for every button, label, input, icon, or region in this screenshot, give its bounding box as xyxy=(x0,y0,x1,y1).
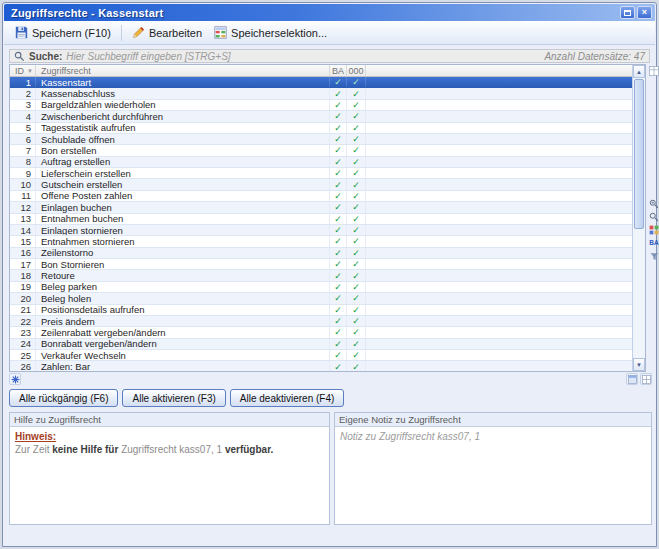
c000-check-icon: ✓ xyxy=(347,350,366,360)
row-filler xyxy=(366,316,632,326)
help-text-segment: keine Hilfe für xyxy=(52,444,121,455)
row-id: 25 xyxy=(10,350,36,360)
table-row[interactable]: 14Einlagen stornieren✓✓ xyxy=(10,225,632,236)
filter-icon[interactable] xyxy=(648,250,659,262)
row-id: 10 xyxy=(10,179,36,189)
ba-filter-icon[interactable]: BA xyxy=(648,237,659,249)
table-row[interactable]: 21Positionsdetails aufrufen✓✓ xyxy=(10,305,632,316)
row-filler xyxy=(366,123,632,133)
table-row[interactable]: 17Bon Stornieren✓✓ xyxy=(10,259,632,270)
column-header-000[interactable]: 000 xyxy=(347,65,366,76)
table-row[interactable]: 8Auftrag erstellen✓✓ xyxy=(10,157,632,168)
row-zugriffsrecht: Beleg holen xyxy=(36,293,330,303)
search-bar[interactable]: Suche: Hier Suchbegriff eingeben [STRG+S… xyxy=(9,49,650,63)
c000-check-icon: ✓ xyxy=(347,157,366,167)
column-header-000-label: 000 xyxy=(348,66,363,76)
close-button[interactable]: × xyxy=(637,6,652,19)
help-panel-title: Hilfe zu Zugriffsrecht xyxy=(10,413,329,427)
edit-button[interactable]: Bearbeiten xyxy=(126,23,208,42)
view-option-button-2[interactable] xyxy=(640,373,652,385)
table-row[interactable]: 13Entnahmen buchen✓✓ xyxy=(10,214,632,225)
column-header-id[interactable]: ID ▼ xyxy=(10,65,36,76)
c000-check-icon: ✓ xyxy=(347,134,366,144)
row-filler xyxy=(366,157,632,167)
table-row[interactable]: 5Tagesstatistik aufrufen✓✓ xyxy=(10,123,632,134)
grid-settings-icon[interactable] xyxy=(648,224,659,236)
vertical-scrollbar[interactable]: ▲ ▼ xyxy=(632,65,645,371)
view-option-button-1[interactable] xyxy=(626,373,638,385)
row-id: 6 xyxy=(10,134,36,144)
table-row[interactable]: 11Offene Posten zahlen✓✓ xyxy=(10,191,632,202)
row-zugriffsrecht: Einlagen stornieren xyxy=(36,225,330,235)
maximize-icon xyxy=(624,10,631,16)
table-row[interactable]: 16Zeilenstorno✓✓ xyxy=(10,248,632,259)
search-input[interactable]: Hier Suchbegriff eingeben [STRG+S] xyxy=(66,51,540,62)
speicherselektion-button[interactable]: Speicherselektion... xyxy=(208,23,333,42)
selection-grid-icon xyxy=(214,26,227,39)
table-row[interactable]: 25Verkäufer Wechseln✓✓ xyxy=(10,350,632,361)
table-header: ID ▼ Zugriffsrecht BA 000 xyxy=(10,65,632,77)
zoom-in-icon[interactable] xyxy=(648,198,659,210)
scroll-down-button[interactable]: ▼ xyxy=(633,358,645,371)
column-header-id-label: ID xyxy=(15,66,24,76)
column-header-zugriffsrecht-label: Zugriffsrecht xyxy=(41,66,91,76)
ba-check-icon: ✓ xyxy=(330,293,347,303)
row-zugriffsrecht: Einlagen buchen xyxy=(36,202,330,212)
table-row[interactable]: 20Beleg holen✓✓ xyxy=(10,293,632,304)
table-row[interactable]: 19Beleg parken✓✓ xyxy=(10,282,632,293)
column-header-ba[interactable]: BA xyxy=(330,65,347,76)
row-id: 13 xyxy=(10,214,36,224)
new-record-button[interactable] xyxy=(9,373,21,385)
activate-all-button[interactable]: Alle aktivieren (F3) xyxy=(122,389,225,407)
c000-check-icon: ✓ xyxy=(347,236,366,246)
view-option-icon-1 xyxy=(628,375,637,384)
table-row[interactable]: 15Entnahmen stornieren✓✓ xyxy=(10,236,632,247)
ba-check-icon: ✓ xyxy=(330,361,347,371)
ba-check-icon: ✓ xyxy=(330,157,347,167)
column-header-zugriffsrecht[interactable]: Zugriffsrecht xyxy=(36,65,330,76)
table-row[interactable]: 6Schublade öffnen✓✓ xyxy=(10,134,632,145)
ba-check-icon: ✓ xyxy=(330,100,347,110)
table-row[interactable]: 4Zwischenbericht durchführen✓✓ xyxy=(10,111,632,122)
table-row[interactable]: 22Preis ändern✓✓ xyxy=(10,316,632,327)
row-id: 7 xyxy=(10,145,36,155)
deactivate-all-button[interactable]: Alle deaktivieren (F4) xyxy=(230,389,344,407)
title-bar[interactable]: Zugriffsrechte - Kassenstart × xyxy=(4,4,655,21)
scrollbar-thumb[interactable] xyxy=(634,79,644,229)
table-row[interactable]: 18Retoure✓✓ xyxy=(10,270,632,281)
table-row[interactable]: 3Bargeldzählen wiederholen✓✓ xyxy=(10,100,632,111)
maximize-button[interactable] xyxy=(620,6,635,19)
c000-check-icon: ✓ xyxy=(347,327,366,337)
note-panel-title: Eigene Notiz zu Zugriffsrecht xyxy=(335,413,651,427)
row-zugriffsrecht: Zeilenstorno xyxy=(36,248,330,258)
table-row[interactable]: 1Kassenstart✓✓ xyxy=(10,77,632,88)
table-row[interactable]: 2Kassenabschluss✓✓ xyxy=(10,88,632,99)
table-row[interactable]: 10Gutschein erstellen✓✓ xyxy=(10,179,632,190)
table-row[interactable]: 7Bon erstellen✓✓ xyxy=(10,145,632,156)
row-filler xyxy=(366,259,632,269)
table-row[interactable]: 23Zeilenrabatt vergeben/ändern✓✓ xyxy=(10,327,632,338)
c000-check-icon: ✓ xyxy=(347,270,366,280)
ba-check-icon: ✓ xyxy=(330,270,347,280)
zoom-icon[interactable] xyxy=(648,211,659,223)
row-id: 19 xyxy=(10,282,36,292)
undo-all-button[interactable]: Alle rückgängig (F6) xyxy=(9,389,118,407)
app-window: Zugriffsrechte - Kassenstart × Speichern… xyxy=(2,2,657,547)
ba-check-icon: ✓ xyxy=(330,191,347,201)
save-button[interactable]: Speichern (F10) xyxy=(9,23,117,42)
ba-check-icon: ✓ xyxy=(330,259,347,269)
row-filler xyxy=(366,168,632,178)
table-row[interactable]: 9Lieferschein erstellen✓✓ xyxy=(10,168,632,179)
note-editor[interactable]: Notiz zu Zugriffsrecht kass07, 1 xyxy=(335,427,651,446)
column-chooser-icon[interactable] xyxy=(648,65,659,77)
table-row[interactable]: 24Bonrabatt vergeben/ändern✓✓ xyxy=(10,339,632,350)
ba-check-icon: ✓ xyxy=(330,305,347,315)
ba-badge: BA xyxy=(649,240,658,247)
table-row[interactable]: 26Zahlen: Bar✓✓ xyxy=(10,361,632,371)
scroll-down-icon: ▼ xyxy=(636,362,642,368)
table-row[interactable]: 12Einlagen buchen✓✓ xyxy=(10,202,632,213)
row-zugriffsrecht: Retoure xyxy=(36,270,330,280)
row-filler xyxy=(366,327,632,337)
scroll-up-button[interactable]: ▲ xyxy=(633,65,645,78)
row-zugriffsrecht: Gutschein erstellen xyxy=(36,179,330,189)
